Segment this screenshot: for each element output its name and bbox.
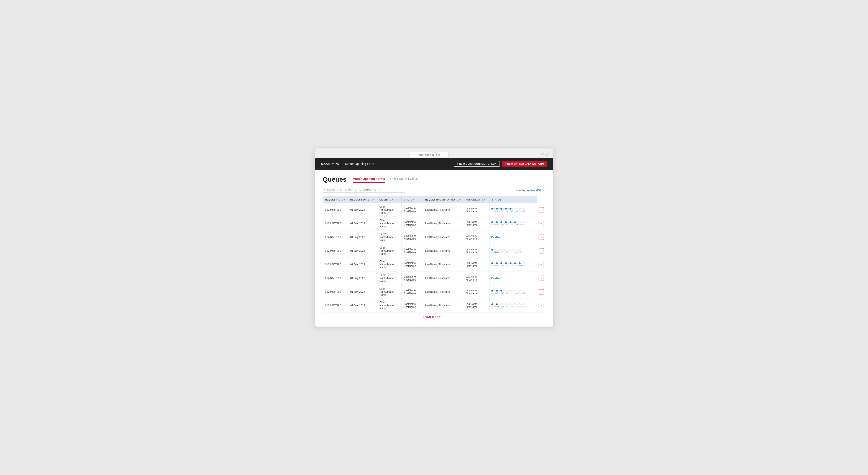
progress-line bbox=[516, 304, 519, 305]
navbar-actions: + NEW QUICK CONFLICT CHECK + NEW MATTER … bbox=[454, 161, 547, 167]
table-row: 0123456789001 July 2023Client Name/Matte… bbox=[323, 203, 545, 217]
page-title: Queues bbox=[323, 176, 346, 183]
cell-crl: LastName, FirstName bbox=[402, 230, 423, 244]
row-arrow-button[interactable]: → bbox=[538, 248, 544, 253]
progress-label: Conflicts bbox=[491, 265, 496, 267]
filter-chevron-icon[interactable]: ⌄ bbox=[543, 189, 545, 192]
progress-dot bbox=[505, 208, 507, 210]
progress-line bbox=[516, 250, 519, 250]
row-arrow-button[interactable]: → bbox=[538, 276, 544, 281]
cell-attorney: LastName, FirstName bbox=[423, 285, 463, 299]
sort-icon-attorney: ▲▼ bbox=[457, 199, 461, 201]
cell-arrow: → bbox=[537, 299, 545, 313]
progress-line bbox=[502, 250, 505, 250]
progress-dot bbox=[500, 249, 502, 251]
progress-line bbox=[493, 209, 496, 209]
progress-label: QA bbox=[500, 210, 505, 212]
progress-label: 3E bbox=[523, 265, 525, 267]
browser-tab-bar: Matter Opening Form bbox=[319, 152, 539, 157]
progress-line bbox=[512, 263, 514, 264]
tab-mof[interactable]: Matter Opening Forms bbox=[352, 176, 385, 183]
sort-icon-assignees: ▲▼ bbox=[482, 199, 486, 201]
browser-minimize-btn[interactable] bbox=[541, 153, 545, 156]
cell-date: 01 July 2023 bbox=[348, 258, 377, 272]
table-row: 0123456789001 July 2023Client Name/Matte… bbox=[323, 230, 545, 244]
progress-line bbox=[507, 250, 509, 250]
progress-track: ConflictsCAQAPBAAAMLMOT3E bbox=[491, 262, 525, 267]
progress-label: AA bbox=[509, 210, 514, 212]
progress-label: Conflicts bbox=[491, 251, 496, 253]
col-assignees[interactable]: ASSIGNEES ▲▼ bbox=[463, 196, 490, 203]
progress-label: PB bbox=[505, 292, 509, 294]
cell-status: ConflictsCAQAPBAAAMLMOT3E bbox=[489, 258, 537, 272]
progress-dot bbox=[519, 290, 521, 292]
progress-line bbox=[493, 263, 496, 264]
progress-label: MOT bbox=[519, 265, 523, 267]
progress-label: QA bbox=[500, 306, 505, 308]
row-arrow-button[interactable]: → bbox=[538, 234, 544, 240]
progress-track: ConflictsCAQAPBAAAMLMOT3E bbox=[491, 303, 525, 308]
progress-line bbox=[502, 222, 505, 223]
progress-line bbox=[521, 209, 523, 209]
cell-id: 01234567890 bbox=[323, 217, 348, 230]
cell-client: Client Name/Matter Name bbox=[377, 230, 402, 244]
progress-line bbox=[516, 290, 519, 291]
browser-maximize-btn[interactable] bbox=[546, 153, 549, 156]
cell-date: 01 July 2023 bbox=[348, 285, 377, 299]
status-drafted-label: Drafted bbox=[491, 236, 501, 239]
col-request-date[interactable]: REQUEST DATE ▲▼ bbox=[348, 196, 377, 203]
progress-label: MOT bbox=[519, 210, 523, 212]
progress-dot bbox=[509, 208, 512, 210]
progress-line bbox=[507, 304, 509, 305]
filter-value[interactable]: Active MOF bbox=[527, 189, 541, 192]
progress-dot bbox=[500, 208, 502, 210]
table-body: 0123456789001 July 2023Client Name/Matte… bbox=[323, 203, 545, 312]
cell-date: 01 July 2023 bbox=[348, 230, 377, 244]
progress-line bbox=[512, 250, 514, 250]
cell-status: ConflictsCAQAPBAAAMLMOT3E bbox=[489, 203, 537, 217]
progress-line bbox=[498, 263, 500, 264]
col-crl[interactable]: CRL ▲▼ bbox=[402, 196, 423, 203]
progress-dot bbox=[491, 290, 493, 292]
progress-line bbox=[516, 222, 519, 223]
progress-dot bbox=[491, 249, 493, 251]
col-client[interactable]: CLIENT ▲▼ bbox=[377, 196, 402, 203]
cell-date: 01 July 2023 bbox=[348, 272, 377, 285]
cell-client: Client Name/Matter Name bbox=[377, 272, 402, 285]
col-attorney[interactable]: REQUESTING ATTORNEY ▲▼ bbox=[423, 196, 463, 203]
progress-line bbox=[493, 290, 496, 291]
progress-dot bbox=[496, 208, 498, 210]
status-drafted-label: Drafted bbox=[491, 277, 501, 280]
load-more-row[interactable]: LOAD MORE ⌄ bbox=[323, 312, 545, 322]
cell-arrow: → bbox=[537, 230, 545, 244]
new-conflict-check-button[interactable]: + NEW QUICK CONFLICT CHECK bbox=[454, 161, 500, 167]
cell-crl: LastName, FirstName bbox=[402, 285, 423, 299]
progress-dot bbox=[523, 262, 525, 264]
table-row: 0123456789001 July 2023Client Name/Matte… bbox=[323, 217, 545, 230]
progress-label: AML bbox=[514, 210, 519, 212]
row-arrow-button[interactable]: → bbox=[538, 207, 544, 213]
progress-line bbox=[521, 222, 523, 223]
row-arrow-button[interactable]: → bbox=[538, 262, 544, 267]
row-arrow-button[interactable]: → bbox=[538, 303, 544, 308]
load-more-chevron-icon: ⌄ bbox=[442, 316, 445, 319]
tab-qcc[interactable]: Quick Conflict Check bbox=[390, 176, 418, 183]
progress-label: MOT bbox=[519, 251, 521, 253]
cell-assignees: LastName, FirstName bbox=[463, 299, 490, 313]
progress-dot bbox=[519, 208, 521, 210]
cell-client: Client Name/Matter Name bbox=[377, 299, 402, 313]
cell-id: 01234567890 bbox=[323, 272, 348, 285]
progress-dot bbox=[496, 249, 498, 251]
progress-dot bbox=[509, 290, 512, 292]
browser-tab[interactable]: Matter Opening Form bbox=[409, 152, 448, 157]
cell-arrow: → bbox=[537, 244, 545, 258]
search-input[interactable] bbox=[327, 188, 383, 191]
row-arrow-button[interactable]: → bbox=[538, 221, 544, 226]
row-arrow-button[interactable]: → bbox=[538, 289, 544, 294]
new-mof-button[interactable]: + NEW MATTER OPENING FORM bbox=[502, 161, 547, 167]
main-content: Queues Matter Opening Forms Quick Confli… bbox=[315, 170, 553, 326]
cell-attorney: LastName, FirstName bbox=[423, 272, 463, 285]
progress-line bbox=[498, 222, 500, 223]
col-request-id[interactable]: REQUEST ID ▲▼ bbox=[323, 196, 348, 203]
progress-label: AA bbox=[509, 224, 514, 226]
